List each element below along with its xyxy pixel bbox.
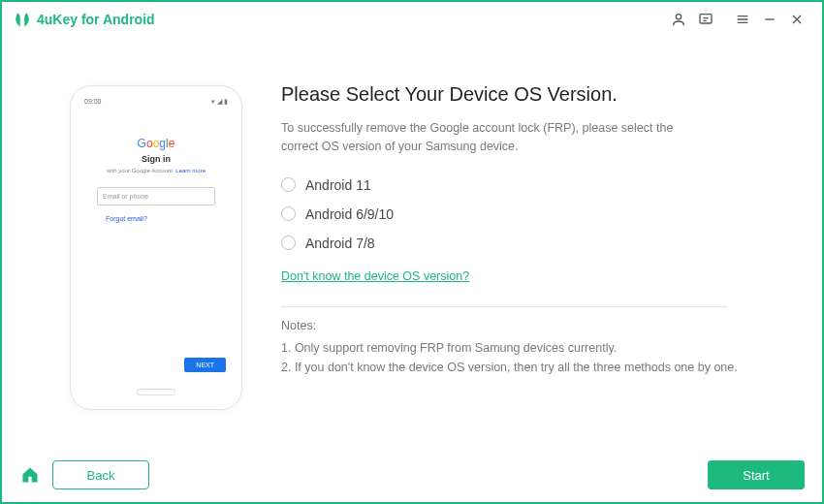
close-icon[interactable] <box>783 6 810 33</box>
phone-mockup: 09:00 ▾ ◢ ▮ Google Sign in with your Goo… <box>70 85 242 410</box>
google-logo: Google <box>138 137 175 150</box>
option-android-6-9-10[interactable]: Android 6/9/10 <box>281 206 783 222</box>
phone-next-button: NEXT <box>184 358 226 372</box>
option-label: Android 7/8 <box>305 236 375 251</box>
note-1: 1. Only support removing FRP from Samung… <box>281 338 783 358</box>
option-label: Android 11 <box>305 177 371 193</box>
phone-email-input: Email or phone <box>97 187 215 205</box>
feedback-icon[interactable] <box>692 6 719 33</box>
phone-forgot-link: Forgot email? <box>106 215 147 222</box>
notes-heading: Notes: <box>281 319 783 332</box>
phone-subtext: with your Google Account. Learn more <box>107 168 206 173</box>
help-link[interactable]: Don't know the device OS version? <box>281 269 469 283</box>
os-options: Android 11 Android 6/9/10 Android 7/8 <box>281 177 783 251</box>
phone-home-button <box>137 389 175 395</box>
start-button[interactable]: Start <box>708 460 805 489</box>
note-2: 2. If you don't know the device OS versi… <box>281 358 783 377</box>
minimize-icon[interactable] <box>756 6 783 33</box>
phone-status-icons: ▾ ◢ ▮ <box>211 98 228 106</box>
main-content: 09:00 ▾ ◢ ▮ Google Sign in with your Goo… <box>2 37 822 448</box>
option-android-11[interactable]: Android 11 <box>281 177 783 193</box>
menu-icon[interactable] <box>729 6 756 33</box>
divider <box>281 306 727 307</box>
option-android-7-8[interactable]: Android 7/8 <box>281 236 783 251</box>
logo-icon <box>14 11 31 28</box>
phone-status-bar: 09:00 ▾ ◢ ▮ <box>79 96 234 111</box>
radio-icon <box>281 236 296 250</box>
option-label: Android 6/9/10 <box>305 206 394 222</box>
footer-bar: Back Start <box>2 448 822 502</box>
account-icon[interactable] <box>665 6 692 33</box>
phone-signin-label: Sign in <box>142 154 171 164</box>
page-description: To successfully remove the Google accoun… <box>281 119 708 156</box>
radio-icon <box>281 177 296 192</box>
title-bar: 4uKey for Android <box>2 2 822 37</box>
app-logo: 4uKey for Android <box>14 11 155 28</box>
phone-time: 09:00 <box>84 98 102 106</box>
svg-rect-1 <box>700 14 712 22</box>
radio-icon <box>281 206 296 221</box>
page-heading: Please Select Your Device OS Version. <box>281 83 783 106</box>
svg-point-0 <box>676 14 681 18</box>
back-button[interactable]: Back <box>52 460 149 489</box>
app-title: 4uKey for Android <box>37 12 155 27</box>
form-panel: Please Select Your Device OS Version. To… <box>281 66 783 448</box>
home-icon[interactable] <box>19 464 41 486</box>
